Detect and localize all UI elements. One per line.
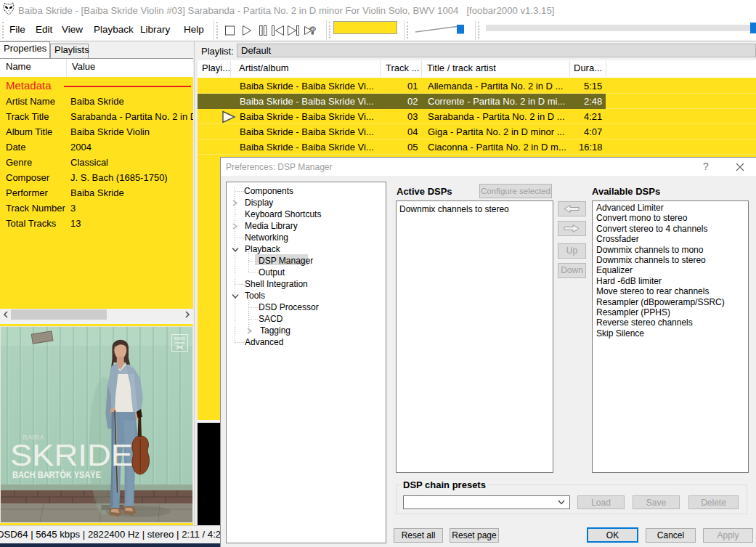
svg-text:?: ? bbox=[309, 25, 316, 36]
svg-text:SKRIDE: SKRIDE bbox=[10, 437, 133, 472]
svg-text:SONY: SONY bbox=[174, 336, 185, 341]
svg-text:BACH BARTÓK YSAŸE: BACH BARTÓK YSAŸE bbox=[12, 469, 101, 480]
